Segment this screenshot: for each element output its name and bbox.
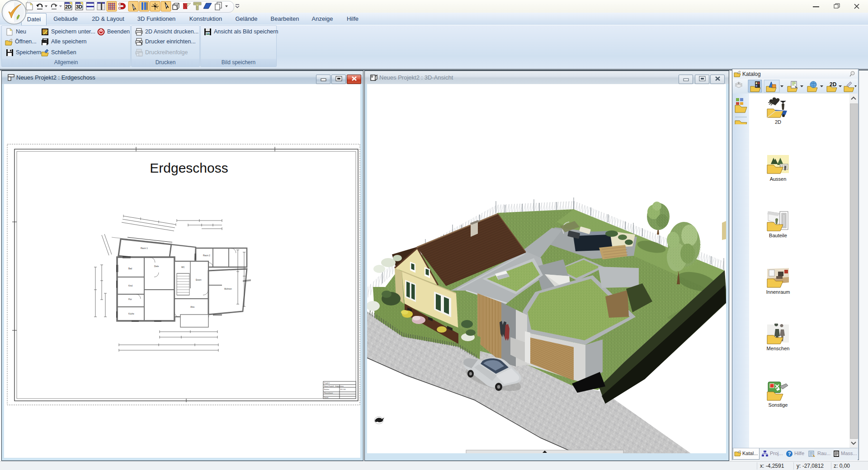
svg-text:Neues Projekt2 - Erdgeschoss: Neues Projekt2 - Erdgeschoss — [324, 385, 344, 387]
svg-text:3D: 3D — [76, 4, 82, 9]
svg-text:Projekt 1: Projekt 1 — [324, 382, 330, 384]
svg-text:Kind: Kind — [128, 285, 133, 287]
svg-text:Küche: Küche — [128, 313, 134, 315]
svg-text:Raum 1: Raum 1 — [141, 247, 148, 249]
svg-text:Diele: Diele — [154, 265, 159, 268]
svg-text:Raum 2: Raum 2 — [203, 254, 210, 257]
svg-text:Abst.: Abst. — [190, 306, 195, 308]
svg-text:2D: 2D — [830, 81, 837, 88]
svg-text:Bauherr: Bauherr — [324, 389, 330, 390]
svg-text:?: ? — [788, 451, 791, 456]
svg-text:Essen: Essen — [196, 279, 202, 281]
svg-text:Erdgeschoss: Erdgeschoss — [150, 160, 228, 175]
svg-text:Datum: Datum — [324, 397, 329, 399]
svg-text:Wohnen: Wohnen — [224, 288, 232, 290]
svg-text:2D: 2D — [65, 4, 71, 9]
svg-text:Flur: Flur — [128, 298, 132, 301]
svg-text:Bad: Bad — [128, 268, 132, 270]
svg-text:WC: WC — [181, 266, 185, 268]
svg-text:M 1:100: M 1:100 — [340, 389, 346, 390]
svg-text:Planverfasser: Planverfasser — [324, 392, 333, 394]
